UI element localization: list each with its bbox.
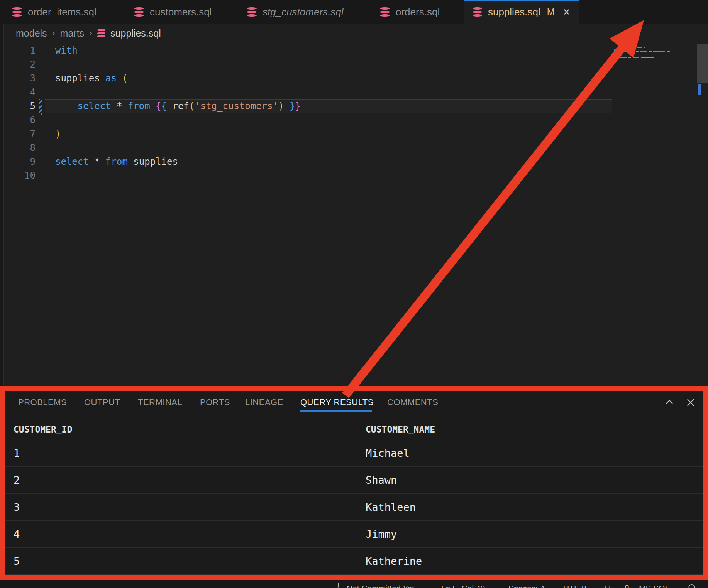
table-row[interactable]: 5 Katherine — [0, 548, 708, 575]
status-eol[interactable]: LF — [604, 580, 614, 588]
code-token: ) — [278, 101, 284, 112]
minimap-line — [653, 51, 665, 52]
line-number: 9 — [15, 155, 36, 169]
code-token: ( — [189, 101, 195, 112]
minimap-line — [649, 51, 652, 52]
panel-tab-ports[interactable]: PORTS — [200, 397, 230, 408]
code-token: select — [55, 101, 111, 112]
code-token: 'stg_customers' — [195, 101, 278, 112]
code-line: supplies as ( — [55, 71, 128, 85]
bottom-panel: PROBLEMS OUTPUT TERMINAL PORTS LINEAGE Q… — [0, 386, 708, 580]
line-number: 5 — [15, 99, 36, 113]
panel-close-icon[interactable] — [684, 396, 697, 409]
panel-maximize-icon[interactable] — [663, 396, 676, 409]
code-token — [117, 73, 122, 84]
scrollbar-thumb[interactable] — [697, 44, 708, 83]
code-line: with — [55, 44, 78, 57]
minimap-line — [637, 47, 642, 48]
code-token: from — [128, 101, 150, 112]
minimap-line — [667, 51, 670, 52]
code-token: { — [156, 101, 161, 112]
code-line: ) — [55, 127, 61, 141]
modified-line-gutter-marker — [39, 99, 42, 115]
code-token: supplies — [55, 73, 105, 84]
status-language-icon: {} — [624, 580, 630, 588]
code-token — [150, 101, 156, 112]
minimap-line — [617, 47, 635, 48]
line-number: 10 — [15, 169, 36, 182]
code-token: select — [55, 156, 89, 167]
minimap-line — [628, 57, 631, 58]
panel-tab-output[interactable]: OUTPUT — [84, 397, 120, 408]
cell-customer-name: Katherine — [366, 548, 422, 575]
line-number: 2 — [15, 57, 36, 71]
cell-customer-id: 3 — [14, 494, 20, 521]
status-indentation[interactable]: Spaces: 4 — [508, 580, 544, 588]
code-token: as — [105, 73, 117, 84]
code-line: select * from {{ ref('stg_customers') }} — [55, 99, 301, 113]
panel-tab-problems[interactable]: PROBLEMS — [18, 397, 67, 408]
line-number: 3 — [15, 71, 36, 85]
code-token: supplies — [128, 156, 178, 167]
code-token: } — [295, 101, 300, 112]
panel-tab-lineage[interactable]: LINEAGE — [245, 397, 283, 408]
cell-customer-name: Michael — [366, 440, 410, 467]
panel-tab-query-results[interactable]: QUERY RESULTS — [300, 397, 374, 408]
minimap-line — [617, 57, 627, 58]
minimap-line — [617, 44, 625, 45]
minimap-line — [633, 57, 639, 58]
table-row[interactable]: 4 Jimmy — [0, 521, 708, 548]
cell-customer-id: 4 — [14, 521, 20, 548]
code-token: with — [55, 45, 78, 56]
active-panel-tab-underline — [300, 410, 372, 412]
cell-customer-id: 2 — [14, 467, 20, 494]
code-token — [284, 101, 289, 112]
overview-ruler-modified-marker — [698, 84, 701, 95]
table-row[interactable]: 2 Shawn — [0, 467, 708, 494]
results-header-row: CUSTOMER_ID CUSTOMER_NAME — [0, 419, 708, 440]
code-token: } — [290, 101, 295, 112]
code-token: * — [89, 156, 105, 167]
code-token: from — [105, 156, 128, 167]
line-number: 1 — [15, 44, 36, 57]
line-number: 4 — [15, 85, 36, 99]
status-bar: Not Committed Yet Ln 5, Col 40 Spaces: 4… — [0, 580, 708, 588]
panel-tab-comments[interactable]: COMMENTS — [387, 397, 438, 408]
cell-customer-id: 5 — [14, 548, 20, 575]
code-token: ) — [55, 128, 61, 139]
code-line: select * from supplies — [55, 155, 178, 169]
minimap-line — [640, 51, 647, 52]
cell-customer-id: 1 — [14, 440, 20, 467]
minimap-line — [617, 54, 619, 55]
minimap-modified-marker — [614, 49, 616, 52]
column-header-customer-id: CUSTOMER_ID — [14, 419, 72, 440]
minimap-line — [624, 51, 635, 52]
minimap-line — [644, 47, 645, 48]
cell-customer-name: Shawn — [366, 467, 397, 494]
code-token: * — [111, 101, 128, 112]
status-cursor-position[interactable]: Ln 5, Col 40 — [441, 580, 485, 588]
table-row[interactable]: 1 Michael — [0, 440, 708, 467]
app-window: order_items.sql customers.sql stg_custom… — [0, 0, 708, 588]
column-header-customer-name: CUSTOMER_NAME — [366, 419, 435, 440]
table-row[interactable]: 3 Kathleen — [0, 494, 708, 521]
git-commit-icon — [334, 583, 343, 588]
status-source-control[interactable]: Not Committed Yet — [347, 580, 414, 588]
code-editor[interactable]: 1with23supplies as (45 select * from {{ … — [0, 0, 708, 386]
cell-customer-name: Jimmy — [366, 521, 397, 548]
line-number: 8 — [15, 141, 36, 155]
line-number: 6 — [15, 113, 36, 127]
cell-customer-name: Kathleen — [366, 494, 416, 521]
status-language[interactable]: MS SQL — [639, 580, 669, 588]
minimap-line — [636, 51, 639, 52]
bell-icon[interactable] — [686, 583, 697, 588]
code-token: ( — [122, 73, 127, 84]
line-number: 7 — [15, 127, 36, 141]
minimap-line — [641, 57, 654, 58]
code-token: { — [161, 101, 167, 112]
panel-tab-terminal[interactable]: TERMINAL — [138, 397, 182, 408]
status-encoding[interactable]: UTF-8 — [563, 580, 586, 588]
code-token: ref — [167, 101, 189, 112]
